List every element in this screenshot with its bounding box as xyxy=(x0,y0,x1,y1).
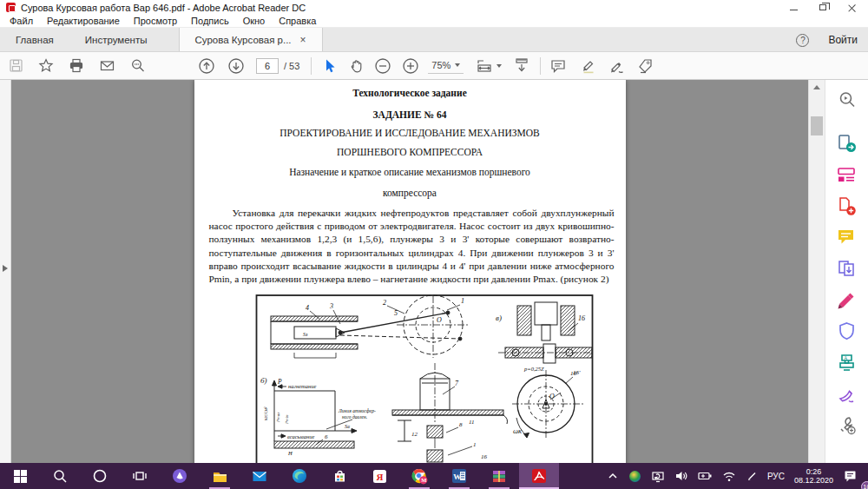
menu-help[interactable]: Справка xyxy=(272,16,323,26)
save-button[interactable] xyxy=(9,58,23,73)
fill-sign-button[interactable] xyxy=(637,58,654,74)
start-button[interactable] xyxy=(0,463,40,489)
close-icon xyxy=(848,3,857,12)
hand-tool-button[interactable] xyxy=(348,58,364,74)
battery-plug-icon xyxy=(698,471,713,481)
select-tool-button[interactable] xyxy=(322,58,337,74)
minimize-button[interactable] xyxy=(788,3,799,13)
email-icon xyxy=(99,58,115,73)
cortana-button[interactable] xyxy=(80,463,120,489)
navigation-pane-collapsed[interactable] xyxy=(0,80,11,463)
doc-heading-1: Технологическое задание xyxy=(194,80,626,98)
figure-section-v: в) xyxy=(496,314,502,322)
menu-window[interactable]: Окно xyxy=(236,16,273,26)
menu-sign[interactable]: Подпись xyxy=(184,16,236,26)
select-cursor-icon xyxy=(322,58,337,74)
pinned-app-button[interactable] xyxy=(160,463,200,489)
create-pdf-button[interactable] xyxy=(837,196,858,216)
comment-tool-button[interactable] xyxy=(837,228,858,248)
taskbar-search-button[interactable] xyxy=(40,463,80,489)
mail-button[interactable] xyxy=(240,463,279,489)
yandex-browser-button[interactable]: Я xyxy=(359,463,399,489)
display-tray-icon[interactable] xyxy=(648,463,668,489)
figure-label-suction: всасывание xyxy=(287,433,314,439)
language-indicator[interactable]: РУС xyxy=(764,463,788,489)
menu-edit[interactable]: Редактирование xyxy=(40,16,127,26)
chevron-up-icon xyxy=(607,471,619,481)
svg-text:A: A xyxy=(844,355,847,360)
action-center-button[interactable]: 10 xyxy=(839,463,866,489)
power-tray-icon[interactable] xyxy=(694,463,716,489)
protect-button[interactable] xyxy=(837,321,858,341)
vertical-scrollbar[interactable] xyxy=(808,80,825,463)
winrar-button[interactable] xyxy=(479,463,519,489)
acrobat-logo-icon xyxy=(6,3,16,12)
tab-document[interactable]: Сурова Курсовая р... × xyxy=(179,28,323,51)
comment-button[interactable] xyxy=(550,58,567,74)
onedrive-tray-icon[interactable] xyxy=(625,463,645,489)
zoom-level-select[interactable]: 75% xyxy=(428,58,464,74)
fit-width-button[interactable] xyxy=(476,58,502,74)
compress-pdf-button[interactable]: A xyxy=(837,353,858,373)
find-button[interactable] xyxy=(130,58,146,74)
menu-view[interactable]: Просмотр xyxy=(127,16,184,26)
tab-home[interactable]: Главная xyxy=(0,28,69,51)
certificates-button[interactable] xyxy=(837,384,858,404)
hidden-icons-button[interactable] xyxy=(603,463,622,489)
chrome-gmail-button[interactable]: M xyxy=(399,463,439,489)
email-button[interactable] xyxy=(99,58,115,73)
figure-label-2: 2 xyxy=(383,299,386,307)
file-explorer-button[interactable] xyxy=(200,463,240,489)
acrobat-taskbar-button[interactable] xyxy=(519,463,559,489)
print-button[interactable] xyxy=(69,58,84,73)
edge-button[interactable] xyxy=(279,463,319,489)
task-view-button[interactable] xyxy=(120,463,160,489)
tab-tools[interactable]: Инструменты xyxy=(69,28,163,51)
scrollbar-thumb[interactable] xyxy=(811,116,823,135)
next-page-button[interactable] xyxy=(227,57,245,75)
help-icon[interactable]: ? xyxy=(796,34,809,47)
scroll-up-icon[interactable] xyxy=(813,85,820,89)
toolbar: / 53 75% xyxy=(0,52,868,80)
sign-button[interactable] xyxy=(608,58,626,74)
menu-file[interactable]: Файл xyxy=(3,16,40,26)
doc-heading-2: ЗАДАНИЕ № 64 xyxy=(194,109,626,120)
doc-heading-3b: ПОРШНЕВОГО КОМПРЕССОРА xyxy=(194,147,626,157)
highlight-button[interactable] xyxy=(581,58,597,74)
fill-sign-tool-button[interactable] xyxy=(837,290,858,310)
signin-button[interactable]: Войти xyxy=(828,34,858,46)
zoom-in-button[interactable] xyxy=(402,57,419,75)
expand-pane-icon[interactable] xyxy=(3,265,8,272)
organize-pages-button[interactable] xyxy=(837,165,858,185)
close-button[interactable] xyxy=(847,3,858,13)
volume-tray-icon[interactable] xyxy=(671,463,692,489)
restore-button[interactable] xyxy=(818,3,828,13)
zoom-out-button[interactable] xyxy=(374,57,391,75)
tab-close-icon[interactable]: × xyxy=(300,36,306,44)
windows-icon xyxy=(13,469,28,484)
notification-badge: 10 xyxy=(861,481,868,489)
combine-files-button[interactable] xyxy=(837,259,858,279)
more-tools-button[interactable] xyxy=(837,415,858,435)
figure-svg: 4 3 2 5 1 Sз O в) 16 р=0,25Z 16' б) P на… xyxy=(255,294,595,463)
search-tool-button[interactable] xyxy=(837,90,858,109)
page-number-input[interactable] xyxy=(256,58,279,74)
scroll-mode-button[interactable] xyxy=(513,57,530,74)
svg-text:W: W xyxy=(453,472,461,481)
monitor-refresh-icon xyxy=(651,470,665,483)
store-button[interactable] xyxy=(319,463,359,489)
export-pdf-button[interactable] xyxy=(837,134,858,154)
shield-icon xyxy=(837,321,857,341)
wifi-tray-icon[interactable] xyxy=(719,463,740,489)
star-button[interactable] xyxy=(38,58,54,73)
pen-tray-icon[interactable] xyxy=(742,463,761,489)
figure-label-pz: р=0,25Z xyxy=(523,366,544,372)
clock[interactable]: 0:26 08.12.2020 xyxy=(791,463,837,489)
figure-section-b: б) xyxy=(260,376,267,385)
document-area[interactable]: Технологическое задание ЗАДАНИЕ № 64 ПРО… xyxy=(11,80,808,463)
previous-page-button[interactable] xyxy=(198,57,215,75)
doc-heading-3a: ПРОЕКТИРОВАНИЕ И ИССЛЕДОВАНИЕ МЕХАНИЗМОВ xyxy=(194,128,626,138)
zoom-level-value: 75% xyxy=(431,60,450,70)
word-button[interactable]: W xyxy=(439,463,479,489)
hand-icon xyxy=(348,58,364,74)
